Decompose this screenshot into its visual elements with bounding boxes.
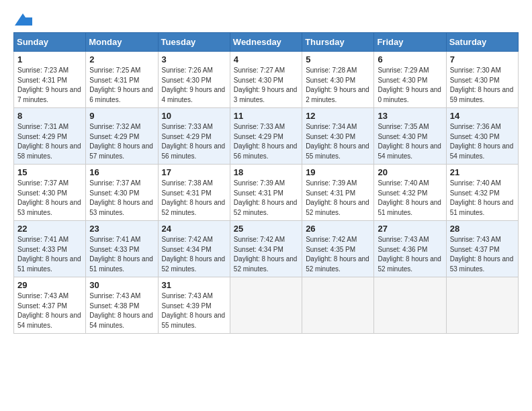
calendar-cell: 18 Sunrise: 7:39 AMSunset: 4:31 PMDaylig… xyxy=(230,165,302,221)
day-number: 7 xyxy=(450,54,515,64)
week-row-3: 15 Sunrise: 7:37 AMSunset: 4:30 PMDaylig… xyxy=(14,165,519,221)
calendar-cell: 19 Sunrise: 7:39 AMSunset: 4:31 PMDaylig… xyxy=(302,165,374,221)
day-info: Sunrise: 7:29 AMSunset: 4:30 PMDaylight:… xyxy=(378,66,441,103)
calendar-cell: 16 Sunrise: 7:37 AMSunset: 4:30 PMDaylig… xyxy=(86,165,158,221)
day-info: Sunrise: 7:33 AMSunset: 4:29 PMDaylight:… xyxy=(162,123,226,160)
calendar-cell: 29 Sunrise: 7:43 AMSunset: 4:37 PMDaylig… xyxy=(14,277,86,334)
calendar-cell xyxy=(374,277,446,334)
calendar-cell xyxy=(446,277,518,334)
day-info: Sunrise: 7:28 AMSunset: 4:30 PMDaylight:… xyxy=(306,66,369,103)
day-number: 24 xyxy=(162,224,226,234)
calendar-cell: 30 Sunrise: 7:43 AMSunset: 4:38 PMDaylig… xyxy=(86,277,158,334)
day-info: Sunrise: 7:43 AMSunset: 4:37 PMDaylight:… xyxy=(17,292,81,329)
day-number: 10 xyxy=(162,111,226,121)
day-number: 15 xyxy=(17,167,82,177)
calendar-cell xyxy=(230,277,302,334)
calendar-cell: 27 Sunrise: 7:43 AMSunset: 4:36 PMDaylig… xyxy=(374,221,446,277)
day-number: 20 xyxy=(378,167,442,177)
day-number: 4 xyxy=(234,54,298,64)
calendar-cell: 13 Sunrise: 7:35 AMSunset: 4:30 PMDaylig… xyxy=(374,108,446,165)
day-number: 23 xyxy=(89,224,154,234)
day-header-sunday: Sunday xyxy=(14,33,86,52)
day-info: Sunrise: 7:33 AMSunset: 4:29 PMDaylight:… xyxy=(234,123,298,160)
day-number: 11 xyxy=(234,111,298,121)
calendar-cell xyxy=(302,277,374,334)
day-info: Sunrise: 7:41 AMSunset: 4:33 PMDaylight:… xyxy=(89,236,153,273)
day-info: Sunrise: 7:38 AMSunset: 4:31 PMDaylight:… xyxy=(162,179,226,216)
calendar-cell: 4 Sunrise: 7:27 AMSunset: 4:30 PMDayligh… xyxy=(230,52,302,108)
day-header-tuesday: Tuesday xyxy=(158,33,230,52)
day-info: Sunrise: 7:34 AMSunset: 4:30 PMDaylight:… xyxy=(306,123,369,160)
day-info: Sunrise: 7:43 AMSunset: 4:38 PMDaylight:… xyxy=(89,292,153,329)
day-info: Sunrise: 7:40 AMSunset: 4:32 PMDaylight:… xyxy=(450,179,514,216)
day-number: 6 xyxy=(378,54,442,64)
day-info: Sunrise: 7:26 AMSunset: 4:30 PMDaylight:… xyxy=(162,66,226,103)
day-info: Sunrise: 7:37 AMSunset: 4:30 PMDaylight:… xyxy=(17,179,81,216)
day-info: Sunrise: 7:36 AMSunset: 4:30 PMDaylight:… xyxy=(450,123,514,160)
header xyxy=(13,12,519,28)
day-number: 21 xyxy=(450,167,515,177)
logo xyxy=(13,12,35,28)
day-number: 30 xyxy=(89,280,154,290)
day-number: 31 xyxy=(162,280,226,290)
week-row-1: 1 Sunrise: 7:23 AMSunset: 4:31 PMDayligh… xyxy=(14,52,519,108)
day-info: Sunrise: 7:30 AMSunset: 4:30 PMDaylight:… xyxy=(450,66,514,103)
day-number: 9 xyxy=(89,111,154,121)
calendar-cell: 14 Sunrise: 7:36 AMSunset: 4:30 PMDaylig… xyxy=(446,108,518,165)
day-number: 29 xyxy=(17,280,82,290)
day-number: 5 xyxy=(306,54,370,64)
day-info: Sunrise: 7:42 AMSunset: 4:34 PMDaylight:… xyxy=(234,236,298,273)
calendar-cell: 11 Sunrise: 7:33 AMSunset: 4:29 PMDaylig… xyxy=(230,108,302,165)
day-number: 14 xyxy=(450,111,515,121)
day-number: 16 xyxy=(89,167,154,177)
day-number: 27 xyxy=(378,224,442,234)
day-info: Sunrise: 7:41 AMSunset: 4:33 PMDaylight:… xyxy=(17,236,81,273)
day-number: 17 xyxy=(162,167,226,177)
calendar-cell: 22 Sunrise: 7:41 AMSunset: 4:33 PMDaylig… xyxy=(14,221,86,277)
week-row-5: 29 Sunrise: 7:43 AMSunset: 4:37 PMDaylig… xyxy=(14,277,519,334)
day-info: Sunrise: 7:27 AMSunset: 4:30 PMDaylight:… xyxy=(234,66,298,103)
calendar-cell: 20 Sunrise: 7:40 AMSunset: 4:32 PMDaylig… xyxy=(374,165,446,221)
calendar-cell: 26 Sunrise: 7:42 AMSunset: 4:35 PMDaylig… xyxy=(302,221,374,277)
calendar-cell: 24 Sunrise: 7:42 AMSunset: 4:34 PMDaylig… xyxy=(158,221,230,277)
svg-marker-1 xyxy=(26,17,32,26)
calendar-cell: 17 Sunrise: 7:38 AMSunset: 4:31 PMDaylig… xyxy=(158,165,230,221)
day-info: Sunrise: 7:23 AMSunset: 4:31 PMDaylight:… xyxy=(17,66,81,103)
week-row-2: 8 Sunrise: 7:31 AMSunset: 4:29 PMDayligh… xyxy=(14,108,519,165)
day-number: 25 xyxy=(234,224,298,234)
day-number: 12 xyxy=(306,111,370,121)
calendar-cell: 21 Sunrise: 7:40 AMSunset: 4:32 PMDaylig… xyxy=(446,165,518,221)
day-number: 18 xyxy=(234,167,298,177)
day-info: Sunrise: 7:37 AMSunset: 4:30 PMDaylight:… xyxy=(89,179,153,216)
week-row-4: 22 Sunrise: 7:41 AMSunset: 4:33 PMDaylig… xyxy=(14,221,519,277)
day-number: 22 xyxy=(17,224,82,234)
calendar-cell: 25 Sunrise: 7:42 AMSunset: 4:34 PMDaylig… xyxy=(230,221,302,277)
day-info: Sunrise: 7:43 AMSunset: 4:39 PMDaylight:… xyxy=(162,292,226,329)
day-info: Sunrise: 7:32 AMSunset: 4:29 PMDaylight:… xyxy=(89,123,153,160)
calendar-cell: 28 Sunrise: 7:43 AMSunset: 4:37 PMDaylig… xyxy=(446,221,518,277)
calendar-cell: 9 Sunrise: 7:32 AMSunset: 4:29 PMDayligh… xyxy=(86,108,158,165)
day-info: Sunrise: 7:43 AMSunset: 4:37 PMDaylight:… xyxy=(450,236,514,273)
day-number: 19 xyxy=(306,167,370,177)
day-number: 8 xyxy=(17,111,82,121)
calendar-cell: 5 Sunrise: 7:28 AMSunset: 4:30 PMDayligh… xyxy=(302,52,374,108)
calendar-header-row: SundayMondayTuesdayWednesdayThursdayFrid… xyxy=(14,33,519,52)
day-info: Sunrise: 7:35 AMSunset: 4:30 PMDaylight:… xyxy=(378,123,441,160)
day-info: Sunrise: 7:25 AMSunset: 4:31 PMDaylight:… xyxy=(89,66,153,103)
day-info: Sunrise: 7:31 AMSunset: 4:29 PMDaylight:… xyxy=(17,123,81,160)
day-header-friday: Friday xyxy=(374,33,446,52)
day-header-thursday: Thursday xyxy=(302,33,374,52)
calendar-cell: 31 Sunrise: 7:43 AMSunset: 4:39 PMDaylig… xyxy=(158,277,230,334)
day-header-wednesday: Wednesday xyxy=(230,33,302,52)
day-header-monday: Monday xyxy=(86,33,158,52)
day-info: Sunrise: 7:40 AMSunset: 4:32 PMDaylight:… xyxy=(378,179,441,216)
calendar-cell: 10 Sunrise: 7:33 AMSunset: 4:29 PMDaylig… xyxy=(158,108,230,165)
calendar-cell: 2 Sunrise: 7:25 AMSunset: 4:31 PMDayligh… xyxy=(86,52,158,108)
day-number: 3 xyxy=(162,54,226,64)
day-number: 13 xyxy=(378,111,442,121)
day-info: Sunrise: 7:43 AMSunset: 4:36 PMDaylight:… xyxy=(378,236,441,273)
day-header-saturday: Saturday xyxy=(446,33,518,52)
calendar-cell: 23 Sunrise: 7:41 AMSunset: 4:33 PMDaylig… xyxy=(86,221,158,277)
day-number: 2 xyxy=(89,54,154,64)
day-number: 26 xyxy=(306,224,370,234)
